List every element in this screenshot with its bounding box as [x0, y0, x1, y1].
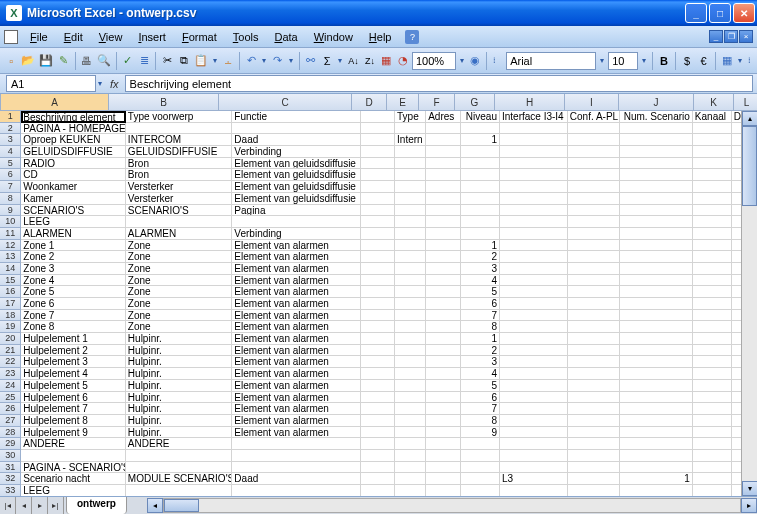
- vscroll-track[interactable]: [742, 126, 757, 481]
- cell[interactable]: [461, 181, 500, 193]
- cell[interactable]: [395, 169, 426, 181]
- cell[interactable]: [395, 275, 426, 287]
- cell[interactable]: [568, 485, 620, 496]
- cell[interactable]: [568, 380, 620, 392]
- undo-dropdown[interactable]: ▾: [260, 56, 268, 65]
- cell[interactable]: Element van geluidsdiffusie: [232, 169, 361, 181]
- cell[interactable]: [693, 450, 732, 462]
- cell[interactable]: [693, 438, 732, 450]
- cell[interactable]: [568, 216, 620, 228]
- cell[interactable]: [232, 438, 361, 450]
- row-header[interactable]: 24: [0, 380, 21, 392]
- cell[interactable]: [426, 181, 461, 193]
- cell[interactable]: [693, 333, 732, 345]
- cell[interactable]: [500, 415, 568, 427]
- cell[interactable]: [426, 310, 461, 322]
- cell[interactable]: [568, 333, 620, 345]
- cell[interactable]: [620, 146, 693, 158]
- cell[interactable]: [620, 251, 693, 263]
- cell[interactable]: [395, 310, 426, 322]
- cell[interactable]: [361, 368, 395, 380]
- row-header[interactable]: 14: [0, 263, 21, 275]
- cell[interactable]: Hulpelement 2: [21, 345, 126, 357]
- cell[interactable]: [361, 415, 395, 427]
- cell[interactable]: [426, 462, 461, 474]
- preview-icon[interactable]: 🔍: [96, 51, 112, 71]
- row-header[interactable]: 2: [0, 123, 21, 135]
- cell[interactable]: [361, 134, 395, 146]
- cell[interactable]: [361, 380, 395, 392]
- cell[interactable]: [568, 205, 620, 217]
- cell[interactable]: [500, 368, 568, 380]
- cell[interactable]: [568, 275, 620, 287]
- cell[interactable]: [395, 450, 426, 462]
- cell[interactable]: Hulpelement 6: [21, 392, 126, 404]
- horizontal-scrollbar[interactable]: ◂ ▸: [147, 497, 757, 514]
- cell[interactable]: [568, 310, 620, 322]
- cell[interactable]: Hulpinr.: [126, 415, 233, 427]
- cell[interactable]: Pagina: [232, 205, 361, 217]
- cell[interactable]: [426, 193, 461, 205]
- cell[interactable]: [568, 134, 620, 146]
- cell[interactable]: [395, 368, 426, 380]
- cell[interactable]: [693, 485, 732, 496]
- font-size-select[interactable]: 10: [608, 52, 638, 70]
- cell[interactable]: Bron: [126, 158, 233, 170]
- cell[interactable]: Zone: [126, 286, 233, 298]
- row-header[interactable]: 16: [0, 286, 21, 298]
- row-header[interactable]: 27: [0, 415, 21, 427]
- cell[interactable]: [426, 134, 461, 146]
- cell[interactable]: [620, 415, 693, 427]
- cell[interactable]: [693, 181, 732, 193]
- cell[interactable]: [426, 473, 461, 485]
- cell[interactable]: Element van geluidsdiffusie: [232, 181, 361, 193]
- cell[interactable]: [693, 321, 732, 333]
- cell[interactable]: Versterker: [126, 193, 233, 205]
- cell[interactable]: Zone 4: [21, 275, 126, 287]
- cell[interactable]: [461, 228, 500, 240]
- tab-nav-next[interactable]: ▸: [32, 497, 48, 514]
- cell[interactable]: [395, 333, 426, 345]
- cell[interactable]: Hulpinr.: [126, 356, 233, 368]
- cell[interactable]: [693, 134, 732, 146]
- hscroll-track[interactable]: [163, 498, 741, 513]
- cell[interactable]: Hulpinr.: [126, 345, 233, 357]
- cell[interactable]: [500, 263, 568, 275]
- font-size-dropdown[interactable]: ▾: [640, 56, 648, 65]
- cell[interactable]: [620, 158, 693, 170]
- cell[interactable]: [500, 286, 568, 298]
- row-header[interactable]: 5: [0, 158, 21, 170]
- cell[interactable]: [500, 380, 568, 392]
- spelling-icon[interactable]: ✓: [121, 51, 135, 71]
- menu-view[interactable]: View: [91, 29, 131, 45]
- cell[interactable]: [568, 123, 620, 135]
- cell[interactable]: Hulpinr.: [126, 403, 233, 415]
- cell[interactable]: Element van alarmen: [232, 392, 361, 404]
- cell[interactable]: [426, 356, 461, 368]
- cell[interactable]: [620, 321, 693, 333]
- cell[interactable]: [361, 228, 395, 240]
- cell[interactable]: [693, 251, 732, 263]
- cell[interactable]: ALARMEN: [126, 228, 233, 240]
- bold-button[interactable]: B: [657, 51, 671, 71]
- cell[interactable]: Element van alarmen: [232, 427, 361, 439]
- print-icon[interactable]: 🖶: [80, 51, 94, 71]
- cell[interactable]: [21, 450, 126, 462]
- cell[interactable]: [395, 345, 426, 357]
- permission-icon[interactable]: ✎: [56, 51, 70, 71]
- cell[interactable]: [426, 169, 461, 181]
- cell[interactable]: [568, 181, 620, 193]
- cell[interactable]: Adres: [426, 111, 461, 123]
- cell[interactable]: [568, 263, 620, 275]
- cell[interactable]: Element van alarmen: [232, 415, 361, 427]
- cell[interactable]: [232, 123, 361, 135]
- drawing-icon[interactable]: ◔: [396, 51, 410, 71]
- cell[interactable]: Type: [395, 111, 426, 123]
- cell[interactable]: [500, 193, 568, 205]
- cell[interactable]: [426, 415, 461, 427]
- row-header[interactable]: 32: [0, 473, 21, 485]
- cell[interactable]: [395, 356, 426, 368]
- cell[interactable]: [395, 216, 426, 228]
- cell[interactable]: [461, 473, 500, 485]
- cell[interactable]: [568, 368, 620, 380]
